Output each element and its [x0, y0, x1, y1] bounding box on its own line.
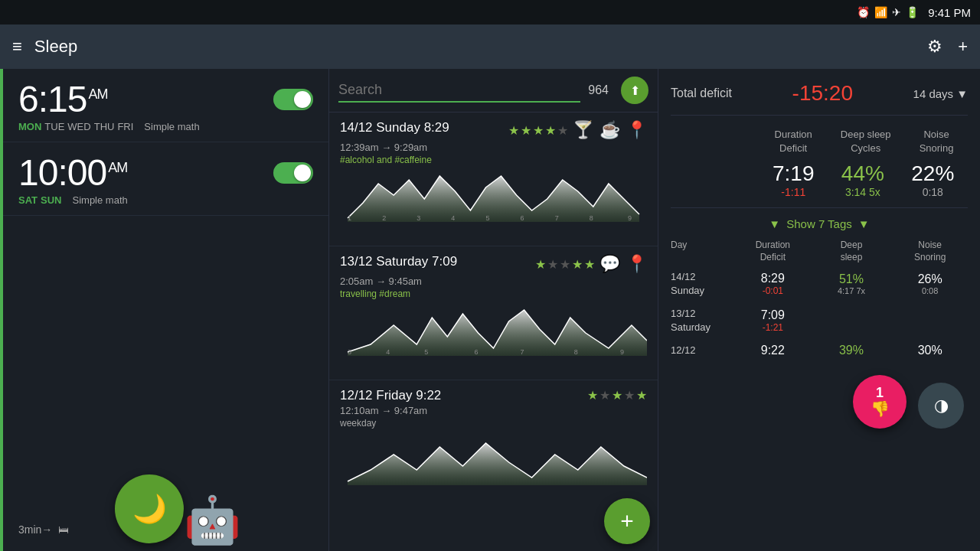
location-icon-1: 📍	[626, 120, 647, 140]
left-accent	[0, 69, 3, 551]
alarm-row-1: 6:15AM	[18, 81, 313, 118]
svg-text:7: 7	[521, 348, 524, 356]
menu-button[interactable]: ≡	[12, 37, 22, 57]
daily-row-2[interactable]: 13/12Saturday 7:09 -1:21	[671, 307, 968, 334]
col-noise: NoiseSnoring	[892, 240, 968, 263]
r2star-2: ★	[547, 257, 558, 272]
alcohol-icon: 🍸	[573, 120, 593, 140]
right-panel: Total deficit -15:20 14 days ▼ DurationD…	[658, 69, 980, 551]
deep-val-3: 39%	[814, 344, 890, 357]
add-record-button[interactable]: +	[604, 498, 650, 544]
upload-icon: ⬆	[630, 83, 640, 98]
timer-icon: ◑	[934, 396, 949, 416]
record-3-date: 12/12 Friday 9:22	[340, 388, 441, 403]
r3star-5: ★	[636, 388, 647, 403]
star-1: ★	[508, 123, 519, 138]
r3star-2: ★	[599, 388, 610, 403]
col-deep: Deepsleep	[814, 240, 890, 263]
daily-dur-3: 9:22	[735, 344, 811, 357]
search-input[interactable]	[338, 79, 580, 103]
show-tags-button[interactable]: ▼ Show 7 Tags ▼	[671, 217, 968, 230]
col-dur-def: DurationDeficit	[735, 240, 811, 263]
alarm-toggle-2[interactable]	[273, 162, 313, 184]
total-deficit-value: -15:20	[792, 81, 853, 106]
svg-text:9: 9	[620, 348, 624, 356]
daily-day-2: 13/12Saturday	[671, 307, 732, 334]
settings-button[interactable]: ⚙	[927, 37, 942, 57]
record-1-header: 14/12 Sunday 8:29 ★ ★ ★ ★ ★ 🍸 ☕ 📍	[340, 120, 647, 140]
svg-marker-10	[348, 310, 647, 356]
r3star-1: ★	[587, 388, 598, 403]
alarm-toggle-1[interactable]	[273, 89, 313, 110]
daily-deep-3: 39%	[814, 344, 890, 357]
stat-columns-header: DurationDeficit Deep sleepCycles NoiseSn…	[671, 128, 968, 155]
daily-row-1[interactable]: 14/12Sunday 8:29 -0:01 51% 4:17 7x 26% 0…	[671, 270, 968, 298]
record-3-tag-text: weekday	[340, 418, 376, 429]
noise-val-1: 26%	[892, 272, 968, 286]
upload-button[interactable]: ⬆	[621, 77, 648, 104]
alarm-day-sun: SUN	[41, 194, 61, 206]
dur-val-1: 8:29	[735, 272, 811, 285]
dropdown-icon: ▼	[956, 87, 968, 100]
search-count: 964	[588, 83, 609, 97]
noise-val-3: 30%	[892, 344, 968, 357]
r3star-3: ★	[612, 388, 622, 403]
main-content: 6:15AM MON TUE WED THU FRI Simple math 1…	[0, 69, 980, 551]
svg-text:3: 3	[416, 214, 420, 222]
stat-header: Total deficit -15:20 14 days ▼	[671, 81, 968, 116]
alarm-day-tue: TUE	[44, 121, 64, 132]
alarm-time-2[interactable]: 10:00AM	[18, 155, 127, 191]
status-bar: ⏰ 📶 ✈ 🔋 9:41 PM	[0, 0, 980, 24]
alarm-day-thu: THU	[94, 121, 115, 132]
duration-value: 7:19	[773, 161, 815, 186]
daily-day-1: 14/12Sunday	[671, 270, 732, 298]
alarm-day-wed: WED	[67, 121, 90, 132]
alarm-ampm-2: AM	[108, 160, 127, 175]
alarm-time-1[interactable]: 6:15AM	[18, 81, 107, 118]
dur-val-2: 7:09	[735, 308, 811, 322]
svg-marker-0	[348, 176, 639, 222]
star-2: ★	[521, 123, 531, 138]
col-header-deep: Deep sleepCycles	[841, 128, 891, 155]
alarm-day-mon: MON	[18, 121, 41, 132]
record-2-date: 13/12 Saturday 7:09	[340, 254, 457, 269]
noise-stat: 22% 0:18	[911, 161, 954, 198]
record-2-tags: travelling #dream	[340, 289, 647, 299]
notification-badge[interactable]: 1 👎	[853, 375, 906, 429]
sleep-record-2[interactable]: 13/12 Saturday 7:09 ★ ★ ★ ★ ★ 💬 📍	[329, 246, 658, 380]
sleep-minutes: 3min→	[18, 523, 52, 536]
alarm-day-sat: SAT	[18, 194, 38, 206]
show-tags-label: Show 7 Tags	[786, 217, 852, 230]
timer-button[interactable]: ◑	[918, 383, 964, 429]
app-bar-actions: ⚙ +	[927, 37, 968, 57]
deep-val-1: 51%	[814, 272, 890, 286]
alarm-days-1: MON TUE WED THU FRI Simple math	[18, 121, 313, 132]
noise-pct: 22%	[911, 161, 954, 186]
record-3-header: 12/12 Friday 9:22 ★ ★ ★ ★ ★	[340, 388, 647, 403]
total-deficit-label: Total deficit	[671, 86, 732, 100]
sleep-record-3[interactable]: 12/12 Friday 9:22 ★ ★ ★ ★ ★ 12:10am → 9:…	[329, 380, 658, 514]
dur-def-2: -1:21	[735, 322, 811, 333]
alarm-row-2: 10:00AM	[18, 155, 313, 191]
location-icon-2: 📍	[626, 254, 647, 274]
r2star-1: ★	[535, 257, 546, 272]
sleep-record-1[interactable]: 14/12 Sunday 8:29 ★ ★ ★ ★ ★ 🍸 ☕ 📍	[329, 112, 658, 246]
record-1-time: 12:39am → 9:29am	[340, 142, 647, 153]
moon-button[interactable]: 🌙	[115, 474, 184, 543]
record-2-tag-text: travelling #dream	[340, 289, 410, 299]
alarm-day-fri: FRI	[117, 121, 133, 132]
middle-panel: 964 ⬆ 14/12 Sunday 8:29 ★ ★ ★ ★ ★	[329, 69, 658, 551]
record-2-time: 2:05am → 9:45am	[340, 276, 647, 287]
svg-text:2: 2	[382, 214, 386, 222]
add-button[interactable]: +	[958, 37, 968, 57]
daily-row-3[interactable]: 12/12 9:22 39% 30%	[671, 344, 968, 357]
alarm-label-2: Simple math	[73, 194, 128, 206]
svg-text:8: 8	[574, 348, 578, 356]
android-mascot: 🤖	[184, 497, 241, 543]
days-selector[interactable]: 14 days ▼	[913, 87, 968, 100]
col-day: Day	[671, 240, 732, 263]
alarm-item-2: 10:00AM SAT SUN Simple math	[0, 142, 328, 216]
svg-text:6: 6	[521, 214, 524, 222]
dur-def-1: -0:01	[735, 285, 811, 296]
alarm-days-2: SAT SUN Simple math	[18, 194, 313, 206]
